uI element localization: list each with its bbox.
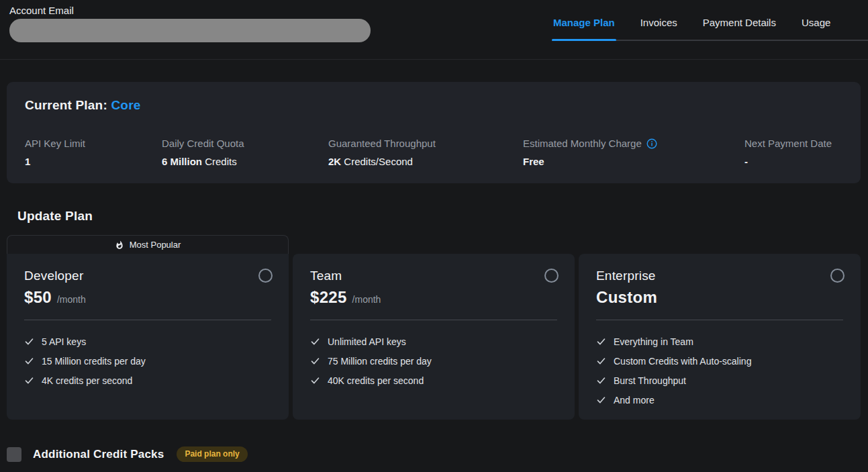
plan-card[interactable]: Enterprise Custom Everything in Team Cus… — [579, 254, 861, 420]
plan-card[interactable]: Team $225 /month Unlimited API keys 75 M… — [293, 254, 575, 420]
credit-packs-checkbox[interactable] — [7, 447, 21, 462]
check-icon — [596, 356, 606, 366]
plan-feature-item: And more — [596, 390, 843, 410]
tab-payment-details[interactable]: Payment Details — [702, 0, 777, 40]
current-plan-card: Current Plan: Core API Key Limit 1 Daily… — [7, 82, 861, 183]
plan-name: Developer — [24, 269, 271, 283]
tab-usage[interactable]: Usage — [800, 0, 832, 40]
stat-value-suffix: Credits/Second — [341, 156, 413, 167]
account-email-label: Account Email — [9, 5, 371, 16]
plan-feature-item: Everything in Team — [596, 332, 843, 351]
tab-bar: Manage Plan Invoices Payment Details Usa… — [552, 0, 868, 41]
current-plan-stat: Daily Credit Quota 6 Million Credits — [162, 138, 328, 167]
plan-radio-button[interactable] — [258, 269, 273, 283]
plan-card[interactable]: Developer $50 /month 5 API keys 15 Milli… — [7, 254, 289, 420]
stat-value-strong: Free — [523, 156, 544, 167]
check-icon — [310, 356, 320, 366]
plan-divider — [596, 320, 843, 320]
plan-feature-item: Custom Credits with Auto-scaling — [596, 351, 843, 371]
current-plan-stat: API Key Limit 1 — [25, 138, 162, 167]
stat-label-text: API Key Limit — [25, 138, 85, 149]
plan-feature-text: 75 Million credits per day — [328, 356, 432, 367]
plan-feature-item: 75 Million credits per day — [310, 351, 557, 371]
plan-column-developer: Most Popular Developer $50 /month 5 API … — [7, 235, 289, 420]
plan-feature-text: 5 API keys — [42, 336, 86, 347]
account-email-input[interactable] — [9, 19, 371, 42]
plan-features-list: Unlimited API keys 75 Million credits pe… — [310, 332, 557, 390]
paid-plan-only-badge: Paid plan only — [177, 446, 247, 462]
account-email-block: Account Email — [9, 5, 371, 42]
stat-label: Next Payment Date — [744, 138, 832, 149]
check-icon — [24, 375, 34, 385]
stat-value-strong: 6 Million — [162, 156, 202, 167]
stat-value: 2K Credits/Second — [328, 156, 523, 167]
stat-label-text: Estimated Monthly Charge — [523, 138, 642, 149]
flame-icon — [115, 240, 124, 250]
plan-feature-text: 4K credits per second — [42, 375, 132, 386]
current-plan-stats: API Key Limit 1 Daily Credit Quota 6 Mil… — [25, 138, 842, 167]
plan-feature-item: 5 API keys — [24, 332, 271, 351]
current-plan-title-prefix: Current Plan: — [25, 98, 111, 112]
plan-feature-item: Unlimited API keys — [310, 332, 557, 351]
plan-price: $225 — [310, 288, 347, 307]
stat-value-suffix: Credits — [202, 156, 237, 167]
plan-radio-button[interactable] — [544, 269, 559, 283]
stat-value: 6 Million Credits — [162, 156, 328, 167]
stat-label-text: Guaranteed Throughput — [328, 138, 436, 149]
plan-name: Enterprise — [596, 269, 843, 283]
update-plan-heading: Update Plan — [17, 209, 868, 224]
check-icon — [596, 395, 606, 405]
tab-invoices[interactable]: Invoices — [639, 0, 679, 40]
check-icon — [310, 375, 320, 385]
stat-value-strong: 2K — [328, 156, 341, 167]
plan-feature-item: 4K credits per second — [24, 371, 271, 390]
plan-price: $50 — [24, 288, 52, 307]
plan-period: /month — [352, 294, 381, 305]
plan-column-team: Team $225 /month Unlimited API keys 75 M… — [293, 235, 575, 420]
plan-features-list: 5 API keys 15 Million credits per day 4K… — [24, 332, 271, 390]
check-icon — [596, 375, 606, 385]
check-icon — [310, 336, 320, 346]
current-plan-stat: Guaranteed Throughput 2K Credits/Second — [328, 138, 523, 167]
check-icon — [24, 336, 34, 346]
stat-label: Daily Credit Quota — [162, 138, 328, 149]
credit-packs-row: Additional Credit Packs Paid plan only — [7, 446, 868, 462]
plan-divider — [310, 320, 557, 320]
plan-price: Custom — [596, 288, 657, 307]
stat-value-strong: - — [744, 156, 748, 167]
current-plan-title: Current Plan: Core — [25, 98, 842, 113]
current-plan-stat: Next Payment Date - — [744, 138, 832, 167]
plan-feature-item: 40K credits per second — [310, 371, 557, 390]
plan-name: Team — [310, 269, 557, 283]
billing-page: Account Email Manage Plan Invoices Payme… — [0, 0, 868, 462]
header: Account Email Manage Plan Invoices Payme… — [0, 0, 868, 60]
stat-label: API Key Limit — [25, 138, 162, 149]
info-icon[interactable] — [646, 138, 657, 149]
plan-feature-text: And more — [614, 395, 655, 406]
plan-divider — [24, 320, 271, 320]
stat-value: Free — [523, 156, 744, 167]
plan-radio-button[interactable] — [830, 269, 845, 283]
plans-grid: Most Popular Developer $50 /month 5 API … — [7, 235, 861, 420]
plan-price-row: Custom — [596, 288, 843, 307]
current-plan-stat: Estimated Monthly Charge Free — [523, 138, 744, 167]
current-plan-name: Core — [111, 98, 140, 112]
stat-label-text: Daily Credit Quota — [162, 138, 244, 149]
stat-label-text: Next Payment Date — [744, 138, 832, 149]
plan-feature-text: 15 Million credits per day — [42, 356, 146, 367]
plan-period: /month — [57, 294, 86, 305]
plan-feature-text: Burst Throughput — [614, 375, 686, 386]
plan-price-row: $225 /month — [310, 288, 557, 307]
plan-feature-text: Unlimited API keys — [328, 336, 406, 347]
stat-value-strong: 1 — [25, 156, 30, 167]
plan-column-enterprise: Enterprise Custom Everything in Team Cus… — [579, 235, 861, 420]
most-popular-label: Most Popular — [130, 240, 181, 250]
stat-label: Estimated Monthly Charge — [523, 138, 744, 149]
most-popular-strip: Most Popular — [7, 235, 289, 254]
tab-manage-plan[interactable]: Manage Plan — [552, 0, 616, 40]
plan-features-list: Everything in Team Custom Credits with A… — [596, 332, 843, 410]
stat-value: 1 — [25, 156, 162, 167]
credit-packs-label: Additional Credit Packs — [33, 448, 164, 461]
stat-label: Guaranteed Throughput — [328, 138, 523, 149]
stat-value: - — [744, 156, 832, 167]
